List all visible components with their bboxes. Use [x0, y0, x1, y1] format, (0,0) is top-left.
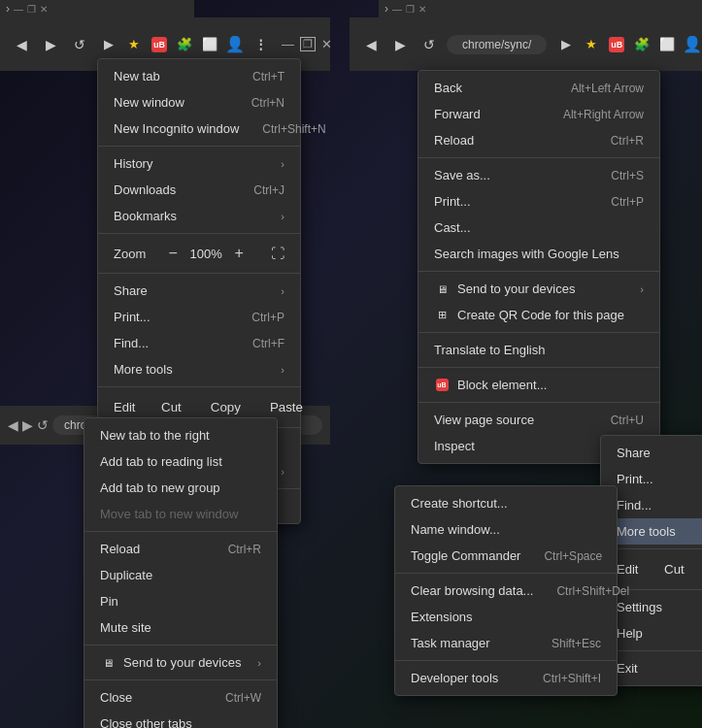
- cast-icon-right[interactable]: ▶: [554, 33, 578, 56]
- ctx-reload[interactable]: Reload Ctrl+R: [418, 127, 659, 153]
- ctx-lens[interactable]: Search images with Google Lens: [418, 241, 659, 267]
- menu-bookmarks[interactable]: Bookmarks ›: [98, 203, 300, 229]
- ctx-translate[interactable]: Translate to English: [418, 337, 659, 363]
- tab-ctx-close[interactable]: Close Ctrl+W: [84, 684, 277, 711]
- menu-new-incognito[interactable]: New Incognito window Ctrl+Shift+N: [98, 116, 300, 142]
- tab-ctx-new-group-label: Add tab to new group: [100, 480, 220, 495]
- split-icon-right[interactable]: ⬜: [655, 33, 679, 56]
- tab-ctx-close-others[interactable]: Close other tabs: [84, 711, 277, 728]
- tab-strip-left: › — ❐ ✕: [0, 0, 194, 17]
- profile-icon-right[interactable]: 👤: [681, 33, 702, 56]
- reload-button[interactable]: ↺: [66, 31, 93, 58]
- split-icon[interactable]: ⬜: [198, 33, 221, 56]
- menu-new-window[interactable]: New window Ctrl+N: [98, 89, 300, 116]
- menu-icon[interactable]: ⋮: [249, 33, 272, 56]
- win-minimize-left[interactable]: —: [282, 37, 294, 51]
- ctx-sep-3: [418, 332, 659, 333]
- menu-more-tools[interactable]: More tools ›: [98, 356, 300, 382]
- menu-new-tab[interactable]: New tab Ctrl+T: [98, 63, 300, 89]
- cut-button[interactable]: Cut: [149, 395, 194, 419]
- mt-developer-tools-label: Developer tools: [411, 671, 498, 685]
- ublock-small: uB: [436, 379, 449, 391]
- history-arrow: ›: [281, 158, 284, 170]
- ctx-print[interactable]: Print... Ctrl+P: [418, 188, 659, 215]
- mt-extensions[interactable]: Extensions: [395, 604, 617, 630]
- tab-ctx-mute[interactable]: Mute site: [84, 614, 277, 641]
- qr-icon: ⊞: [434, 309, 450, 321]
- ctx-send-devices[interactable]: 🖥 Send to your devices ›: [418, 276, 659, 302]
- back-button[interactable]: ◀: [8, 31, 35, 58]
- ctx-back[interactable]: Back Alt+Left Arrow: [418, 75, 659, 101]
- ctx-sep-4: [418, 367, 659, 368]
- mt-toggle-commander-shortcut: Ctrl+Space: [520, 549, 602, 563]
- tab-ctx-pin[interactable]: Pin: [84, 588, 277, 614]
- mt-developer-tools[interactable]: Developer tools Ctrl+Shift+I: [395, 665, 617, 691]
- menu-share[interactable]: Share ›: [98, 278, 300, 304]
- address-bar-right[interactable]: chrome/sync/: [447, 35, 547, 54]
- mt-create-shortcut-label: Create shortcut...: [411, 496, 508, 511]
- mt-toggle-commander[interactable]: Toggle Commander Ctrl+Space: [395, 543, 617, 569]
- zoom-fullscreen-btn[interactable]: ⛶: [271, 246, 284, 261]
- ctx-cast[interactable]: Cast...: [418, 215, 659, 241]
- tab-ctx-new-group[interactable]: Add tab to new group: [84, 475, 277, 501]
- cast-icon[interactable]: ▶: [97, 33, 120, 56]
- ctx-forward[interactable]: Forward Alt+Right Arrow: [418, 101, 659, 127]
- chrome-toolbar-right: ◀ ▶ ↺ chrome/sync/ ▶ ★ uB 🧩 ⬜ 👤 ⋮ — ❐ ✕: [350, 17, 702, 71]
- tab-ctx-reading-list-label: Add tab to reading list: [100, 454, 222, 469]
- ctx-print-shortcut: Ctrl+P: [587, 195, 644, 209]
- bookmark-icon[interactable]: ★: [122, 33, 146, 56]
- tab-ctx-reload[interactable]: Reload Ctrl+R: [84, 536, 277, 562]
- mini-more-tools-label: More tools: [617, 524, 676, 539]
- profile-icon[interactable]: 👤: [223, 33, 247, 56]
- forward-btn-lower[interactable]: ▶: [22, 417, 33, 433]
- tab-ctx-pin-label: Pin: [100, 594, 118, 609]
- mt-task-manager[interactable]: Task manager Shift+Esc: [395, 630, 617, 656]
- chevron-icon: ›: [6, 2, 10, 16]
- menu-downloads[interactable]: Downloads Ctrl+J: [98, 177, 300, 203]
- tab-ctx-reading-list[interactable]: Add tab to reading list: [84, 448, 277, 475]
- incognito-label: New Incognito window: [114, 121, 239, 136]
- mt-extensions-label: Extensions: [411, 610, 473, 624]
- win-close-left[interactable]: ✕: [321, 37, 332, 51]
- tab-ctx-duplicate[interactable]: Duplicate: [84, 562, 277, 588]
- mt-clear-browsing[interactable]: Clear browsing data... Ctrl+Shift+Del: [395, 578, 617, 604]
- ctx-forward-label: Forward: [434, 107, 481, 121]
- zoom-row: Zoom − 100% + ⛶: [98, 238, 300, 269]
- ublock-icon-right[interactable]: uB: [605, 33, 628, 56]
- extensions-icon-right[interactable]: 🧩: [630, 33, 653, 56]
- ctx-sep-1: [418, 157, 659, 158]
- reload-button-right[interactable]: ↺: [416, 31, 443, 58]
- win-maximize-left[interactable]: ❐: [300, 37, 316, 51]
- ctx-save-shortcut: Ctrl+S: [587, 169, 644, 182]
- mt-create-shortcut[interactable]: Create shortcut...: [395, 490, 617, 516]
- forward-button-right[interactable]: ▶: [386, 31, 414, 58]
- back-btn-lower[interactable]: ◀: [8, 417, 18, 433]
- ctx-save[interactable]: Save as... Ctrl+S: [418, 162, 659, 188]
- copy-button[interactable]: Copy: [198, 395, 253, 419]
- menu-print[interactable]: Print... Ctrl+P: [98, 304, 300, 330]
- tab-ctx-close-others-label: Close other tabs: [100, 716, 192, 728]
- menu-find[interactable]: Find... Ctrl+F: [98, 330, 300, 356]
- ctx-block-label: Block element...: [457, 378, 548, 392]
- ctx-view-source[interactable]: View page source Ctrl+U: [418, 407, 659, 433]
- menu-history[interactable]: History ›: [98, 150, 300, 177]
- tab-ctx-move-window: Move tab to new window: [84, 501, 277, 527]
- help-arrow: ›: [281, 466, 284, 478]
- paste-button[interactable]: Paste: [257, 395, 316, 419]
- tab-ctx-new-right[interactable]: New tab to the right: [84, 422, 277, 448]
- mini-cut-btn[interactable]: Cut: [652, 557, 697, 581]
- forward-button[interactable]: ▶: [37, 31, 64, 58]
- reload-btn-lower[interactable]: ↺: [37, 417, 49, 433]
- ctx-qr[interactable]: ⊞ Create QR Code for this page: [418, 302, 659, 328]
- ublock-icon[interactable]: uB: [148, 33, 171, 56]
- mt-name-window[interactable]: Name window...: [395, 516, 617, 543]
- mt-sep-2: [395, 660, 617, 661]
- mini-share[interactable]: Share: [601, 440, 702, 466]
- bookmark-icon-right[interactable]: ★: [580, 33, 603, 56]
- back-button-right[interactable]: ◀: [357, 31, 384, 58]
- zoom-minus-btn[interactable]: −: [161, 242, 184, 265]
- tab-ctx-send-devices[interactable]: 🖥 Send to your devices ›: [84, 649, 277, 676]
- zoom-plus-btn[interactable]: +: [227, 242, 251, 265]
- extensions-icon[interactable]: 🧩: [173, 33, 196, 56]
- ctx-block-element[interactable]: uB Block element...: [418, 372, 659, 398]
